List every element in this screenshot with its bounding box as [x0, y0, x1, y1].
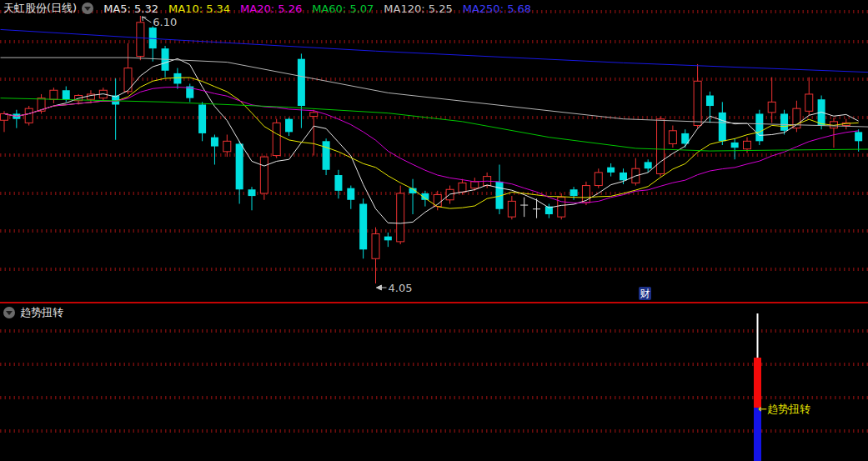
candle: [570, 187, 578, 200]
candle: [186, 83, 193, 102]
svg-text:4.05: 4.05: [389, 282, 413, 294]
candle: [112, 78, 119, 140]
candle: [25, 106, 33, 125]
stock-title: 天虹股份(日线): [3, 1, 77, 16]
finance-event-badge[interactable]: 财: [639, 287, 651, 300]
ma10-line: [4, 78, 859, 208]
candle: [173, 68, 181, 89]
ma60-label: MA60: 5.07: [312, 3, 374, 15]
candle: [855, 129, 862, 152]
candle: [595, 168, 602, 188]
candle: [632, 158, 640, 186]
candle: [558, 193, 565, 219]
signal-bar-blue: [754, 408, 761, 461]
signal-bar-red: [754, 358, 761, 408]
candle: [520, 198, 528, 217]
candle: [793, 101, 800, 133]
ma5-line: [4, 58, 859, 223]
candle: [273, 119, 280, 158]
chevron-down-icon[interactable]: [82, 3, 93, 14]
candle: [607, 163, 615, 177]
candle: [768, 78, 775, 123]
panel-separator[interactable]: [0, 302, 868, 303]
candle: [248, 187, 256, 210]
ma-legend: MA5: 5.32 MA10: 5.34 MA20: 5.26 MA60: 5.…: [103, 3, 531, 15]
candle: [409, 179, 417, 214]
indicator-title: 趋势扭转: [20, 305, 63, 320]
ma250-label: MA250: 5.68: [463, 3, 531, 15]
app-window: 6.104.05←趋势扭转 天虹股份(日线) MA5: 5.32 MA10: 5…: [0, 0, 868, 461]
candle: [198, 102, 206, 141]
signal-label: ←趋势扭转: [758, 403, 810, 415]
candle: [384, 233, 392, 247]
candle: [830, 118, 837, 148]
ma250-line: [1, 29, 868, 72]
main-chart-header: 天虹股份(日线) MA5: 5.32 MA10: 5.34 MA20: 5.26…: [0, 0, 531, 17]
candle: [285, 118, 293, 136]
candle: [211, 134, 218, 164]
candle: [508, 196, 515, 219]
candle: [669, 126, 676, 148]
candle: [805, 78, 813, 115]
candle: [236, 141, 243, 203]
chart-canvas[interactable]: 6.104.05←趋势扭转: [0, 0, 868, 461]
chevron-down-icon[interactable]: [3, 307, 15, 318]
candle: [359, 198, 367, 258]
ma120-label: MA120: 5.25: [384, 3, 452, 15]
candle: [434, 191, 441, 210]
ma20-line: [4, 87, 859, 203]
ma20-label: MA20: 5.26: [240, 3, 302, 15]
candle: [397, 186, 404, 244]
svg-text:6.10: 6.10: [153, 16, 177, 28]
candle: [50, 88, 58, 103]
candle: [681, 129, 689, 148]
candle: [755, 110, 763, 145]
candle: [323, 138, 330, 175]
candle: [694, 64, 701, 128]
candle: [719, 102, 726, 145]
candle: [149, 27, 157, 62]
candle: [657, 117, 665, 177]
candle: [310, 110, 318, 156]
trend-reversal-signal: ←趋势扭转: [754, 313, 810, 461]
candle: [731, 138, 739, 159]
ma10-label: MA10: 5.34: [168, 3, 230, 15]
candle: [496, 165, 504, 215]
candle: [124, 43, 132, 94]
candle: [260, 156, 268, 200]
ma5-label: MA5: 5.32: [103, 3, 158, 15]
sub-panel-header: 趋势扭转: [0, 304, 63, 321]
candle: [347, 186, 354, 209]
candle: [87, 90, 94, 103]
candlestick-series: [1, 16, 863, 283]
candle: [372, 228, 379, 283]
